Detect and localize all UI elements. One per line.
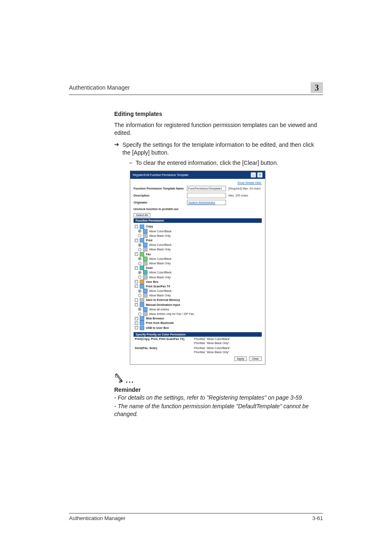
reminder-heading: Reminder <box>114 386 323 393</box>
tree-row: Allow Black Only <box>135 234 262 238</box>
priority-option: Prioritise "Allow Color/Black". <box>192 347 262 349</box>
tree-label: Print Scan/Fax TX <box>146 284 171 289</box>
tree-row: Allow Color/Black <box>135 229 262 234</box>
priority-option: Prioritise "Allow Black Only". <box>192 351 262 354</box>
checkbox[interactable] <box>135 239 138 242</box>
dialog-screenshot: Register/Edit Function Permission Templa… <box>130 171 265 364</box>
checkbox[interactable] <box>135 303 138 306</box>
checkbox[interactable] <box>135 280 138 283</box>
checkbox[interactable] <box>135 298 138 302</box>
tree-label: USB to User Box <box>146 326 169 330</box>
function-icon <box>143 270 148 275</box>
reminder-text-1: - For details on the settings, refer to … <box>114 394 323 402</box>
tree-label: Allow Color/Black <box>149 270 171 275</box>
show-simple-help-link[interactable]: Show Simple Help. <box>134 181 262 184</box>
tree-label: Save to External Memory <box>146 298 180 302</box>
priority-option: Prioritise "Allow Black Only". <box>192 342 262 345</box>
step-row: ➔ Specify the settings for the template … <box>114 141 323 157</box>
section-heading: Editing templates <box>114 111 323 117</box>
tree-row: Allow entries only for Fax / SIP Fax. <box>135 312 262 316</box>
checkbox[interactable] <box>135 225 138 228</box>
dash-icon: – <box>129 159 136 167</box>
footer-left: Authentication Manager <box>69 515 125 521</box>
tree-row: Allow Color/Black <box>135 270 262 275</box>
checkbox[interactable] <box>135 252 138 256</box>
tree-label: Print <box>146 238 152 243</box>
function-permission-header: Function Permission <box>134 218 262 223</box>
select-all-button[interactable]: Select All <box>134 213 150 217</box>
apply-button[interactable]: Apply <box>234 356 247 361</box>
checkbox[interactable] <box>135 284 138 288</box>
priority-label: Print(Copy, Print, Print Scan/Fax TX) <box>135 338 192 346</box>
radio[interactable] <box>138 271 141 274</box>
reminder-dots: ... <box>126 376 134 384</box>
link-originator[interactable]: System Administrator <box>187 200 226 205</box>
hint-template-name: [Required] Max. 64 chars <box>228 187 261 190</box>
radio[interactable] <box>138 312 141 316</box>
substep-text: To clear the entered information, click … <box>136 159 278 167</box>
dialog-titlebar: Register/Edit Function Permission Templa… <box>130 171 265 179</box>
tree-label: Allow Black Only <box>149 247 171 252</box>
radio[interactable] <box>138 248 141 251</box>
tree-label: Manual Destination Input <box>146 303 180 307</box>
checkbox[interactable] <box>135 321 138 325</box>
function-icon <box>143 261 148 266</box>
priority-option-label: Prioritise "Allow Black Only". <box>194 351 230 354</box>
tree-row: Web Browser <box>135 316 262 321</box>
tree-row: Print <box>135 238 262 243</box>
priority-label: Send(Fax, Scan) <box>135 347 192 355</box>
reminder-icon <box>114 372 126 384</box>
uncheck-message: Uncheck function to prohibit use <box>134 208 262 210</box>
tree-label: Web Browser <box>146 316 164 321</box>
dialog-title: Register/Edit Function Permission Templa… <box>133 173 189 176</box>
tree-label: Allow all entries <box>149 307 169 312</box>
radio[interactable] <box>138 262 141 265</box>
header-title: Authentication Manager <box>69 84 130 91</box>
reminder-block: ... Reminder - For details on the settin… <box>114 372 323 418</box>
priority-option-label: Prioritise "Allow Color/Black". <box>194 347 231 349</box>
radio[interactable] <box>138 243 141 247</box>
tree-row: Scan <box>135 266 262 270</box>
clear-button[interactable]: Clear <box>249 356 262 361</box>
function-icon <box>140 280 144 284</box>
function-icon <box>143 312 148 316</box>
radio[interactable] <box>138 294 141 297</box>
function-icon <box>140 326 144 330</box>
function-icon <box>140 252 144 257</box>
input-description[interactable] <box>187 193 226 198</box>
radio[interactable] <box>138 289 141 293</box>
input-template-name[interactable]: FuncPermissionTemplate1 <box>187 186 226 191</box>
section-intro: The information for registered function … <box>114 121 323 137</box>
radio[interactable] <box>138 257 141 260</box>
step-text: Specify the settings for the template in… <box>122 141 323 157</box>
tree-label: Allow Color/Black <box>149 257 171 261</box>
function-icon <box>143 247 148 252</box>
radio[interactable] <box>138 275 141 279</box>
tree-row: Save to External Memory <box>135 298 262 302</box>
tree-row: Print from Bluetooth <box>135 321 262 325</box>
radio[interactable] <box>138 234 141 237</box>
priority-row: Send(Fax, Scan)Prioritise "Allow Color/B… <box>134 346 262 355</box>
tree-row: Allow Black Only <box>135 261 262 266</box>
priority-options: Prioritise "Allow Color/Black".Prioritis… <box>192 338 262 346</box>
tree-label: Scan <box>146 266 153 270</box>
function-icon <box>140 321 144 325</box>
reminder-text-2: - The name of the function permission te… <box>114 402 323 418</box>
function-icon <box>143 293 148 298</box>
chapter-badge: 3 <box>311 82 323 93</box>
checkbox[interactable] <box>135 317 138 320</box>
page-footer: Authentication Manager 3-61 <box>69 513 323 521</box>
arrow-icon: ➔ <box>114 141 122 157</box>
priority-option-label: Prioritise "Allow Black Only". <box>194 342 230 345</box>
tree-row: Allow Black Only <box>135 293 262 298</box>
radio[interactable] <box>138 308 141 311</box>
function-icon <box>140 238 144 243</box>
checkbox[interactable] <box>135 266 138 270</box>
function-icon <box>140 316 144 321</box>
footer-right: 3-61 <box>312 515 323 521</box>
home-icon[interactable]: ⌂ <box>251 172 256 178</box>
priority-row: Print(Copy, Print, Print Scan/Fax TX)Pri… <box>134 337 262 346</box>
radio[interactable] <box>138 229 141 233</box>
checkbox[interactable] <box>135 326 138 329</box>
help-icon[interactable]: ? <box>257 172 263 178</box>
